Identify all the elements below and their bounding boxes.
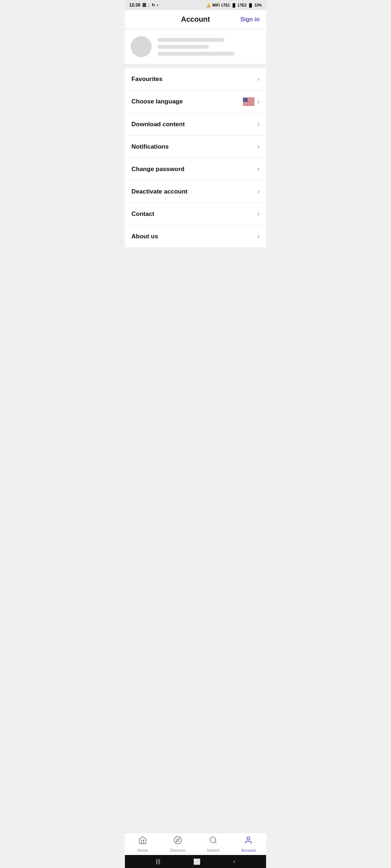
- menu-item-contact[interactable]: Contact›: [125, 203, 266, 225]
- dot-icon: •: [157, 3, 158, 7]
- skeleton-line-2: [157, 45, 209, 49]
- svg-rect-4: [243, 102, 255, 103]
- menu-item-deactivate-account[interactable]: Deactivate account›: [125, 180, 266, 203]
- battery-text: 13%: [255, 3, 262, 7]
- status-time: 12:30: [129, 3, 140, 8]
- lte1-icon: LTE1: [221, 3, 230, 7]
- signal1-icon: ▐▌: [231, 3, 236, 7]
- alarm-icon: 🔔: [206, 3, 211, 7]
- menu-right-download-content: ›: [257, 120, 260, 128]
- menu-right-change-password: ›: [257, 165, 260, 173]
- menu-label-choose-language: Choose language: [131, 98, 183, 105]
- skeleton-line-3: [157, 52, 235, 56]
- menu-list: Favourites›Choose language ★★★★★★★★★★★★★…: [125, 68, 266, 248]
- menu-label-contact: Contact: [131, 210, 154, 218]
- download-icon: ↓: [148, 3, 150, 7]
- menu-item-notifications[interactable]: Notifications›: [125, 136, 266, 158]
- menu-label-about-us: About us: [131, 233, 158, 240]
- menu-right-deactivate-account: ›: [257, 188, 260, 195]
- svg-rect-5: [243, 103, 255, 104]
- menu-right-favourites: ›: [257, 75, 260, 83]
- menu-item-choose-language[interactable]: Choose language ★★★★★★★★★★★★★★★★★★★★★★★★…: [125, 90, 266, 113]
- page-title: Account: [181, 15, 210, 24]
- signin-button[interactable]: Sign in: [240, 16, 260, 23]
- us-flag-icon: ★★★★★★★★★★★★★★★★★★★★★★★★★★★★★★: [243, 98, 255, 106]
- avatar: [131, 36, 152, 57]
- status-bar: 12:30 🖼 ↓ ↻ • 🔔 WiFi LTE1 ▐▌ LTE2 ▐▌ 13%: [125, 0, 266, 10]
- chevron-icon-favourites: ›: [257, 75, 260, 83]
- menu-label-change-password: Change password: [131, 166, 184, 173]
- wifi-icon: WiFi: [212, 3, 220, 7]
- menu-item-change-password[interactable]: Change password›: [125, 158, 266, 180]
- chevron-icon-choose-language: ›: [257, 98, 260, 106]
- skeleton-line-1: [157, 38, 224, 42]
- menu-label-favourites: Favourites: [131, 76, 163, 83]
- header: Account Sign in: [125, 10, 266, 29]
- menu-item-about-us[interactable]: About us›: [125, 225, 266, 248]
- profile-skeleton: [157, 38, 260, 56]
- signal2-icon: ▐▌: [248, 3, 253, 7]
- menu-right-contact: ›: [257, 210, 260, 218]
- chevron-icon-deactivate-account: ›: [257, 188, 260, 195]
- menu-right-notifications: ›: [257, 143, 260, 150]
- svg-rect-6: [243, 105, 255, 105]
- menu-right-choose-language: ★★★★★★★★★★★★★★★★★★★★★★★★★★★★★★ ›: [243, 98, 260, 106]
- status-right: 🔔 WiFi LTE1 ▐▌ LTE2 ▐▌ 13%: [206, 3, 262, 7]
- menu-item-download-content[interactable]: Download content›: [125, 113, 266, 136]
- sync-icon: ↻: [152, 3, 155, 8]
- chevron-icon-notifications: ›: [257, 143, 260, 150]
- menu-item-favourites[interactable]: Favourites›: [125, 68, 266, 90]
- menu-label-notifications: Notifications: [131, 143, 169, 150]
- chevron-icon-about-us: ›: [257, 233, 260, 240]
- profile-section: [125, 30, 266, 64]
- status-left: 12:30 🖼 ↓ ↻ •: [129, 3, 158, 8]
- lte2-icon: LTE2: [238, 3, 247, 7]
- chevron-icon-change-password: ›: [257, 165, 260, 173]
- menu-right-about-us: ›: [257, 233, 260, 240]
- photo-icon: 🖼: [142, 3, 146, 7]
- chevron-icon-contact: ›: [257, 210, 260, 218]
- menu-label-download-content: Download content: [131, 121, 185, 128]
- chevron-icon-download-content: ›: [257, 120, 260, 128]
- menu-label-deactivate-account: Deactivate account: [131, 188, 188, 195]
